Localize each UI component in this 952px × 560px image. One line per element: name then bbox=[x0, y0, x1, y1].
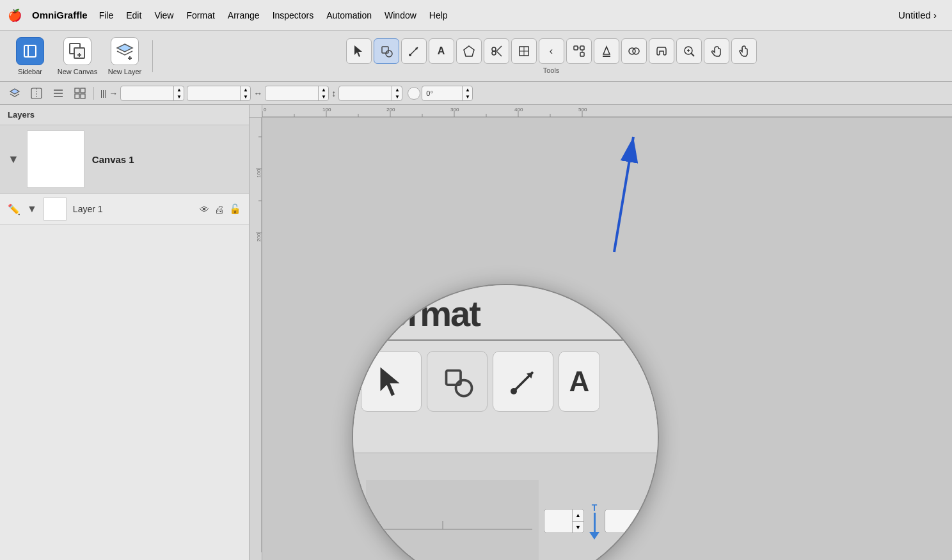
grid-sec-btn[interactable] bbox=[70, 84, 90, 102]
menu-view[interactable]: View bbox=[148, 8, 180, 23]
height-stepper[interactable]: ▲ ▼ bbox=[392, 86, 402, 100]
menu-format[interactable]: Format bbox=[180, 8, 221, 23]
new-canvas-button[interactable]: New Canvas bbox=[55, 35, 100, 78]
svg-point-11 bbox=[386, 51, 392, 57]
magnet-tool-button[interactable] bbox=[649, 38, 674, 64]
svg-text:500: 500 bbox=[578, 107, 587, 113]
svg-point-75 bbox=[456, 380, 472, 396]
svg-marker-36 bbox=[10, 89, 19, 94]
width-stepper-down[interactable]: ▼ bbox=[319, 93, 328, 100]
x-stepper-down[interactable]: ▼ bbox=[174, 93, 184, 100]
svg-marker-73 bbox=[380, 367, 399, 396]
layer-print-icon[interactable]: 🖨 bbox=[214, 204, 224, 215]
layer-visibility-icon[interactable]: 👁 bbox=[200, 204, 209, 215]
svg-text:300: 300 bbox=[450, 107, 459, 113]
width-stepper[interactable]: ▲ ▼ bbox=[318, 86, 328, 100]
svg-rect-45 bbox=[81, 94, 85, 98]
apple-menu[interactable]: 🍎 bbox=[8, 8, 22, 22]
menu-window[interactable]: Window bbox=[378, 8, 423, 23]
fill-tool-button[interactable] bbox=[594, 38, 619, 64]
style-copy-tool-button[interactable] bbox=[621, 38, 647, 64]
canvas-area[interactable]: 0 100 200 300 400 500 bbox=[250, 105, 952, 560]
menu-help[interactable]: Help bbox=[423, 8, 454, 23]
zoom-tool-button[interactable] bbox=[676, 38, 702, 64]
svg-marker-6 bbox=[117, 44, 132, 52]
svg-text:100: 100 bbox=[322, 107, 331, 113]
x-position-input[interactable]: ▲ ▼ bbox=[120, 86, 184, 101]
sec-separator bbox=[93, 87, 94, 100]
svg-text:0: 0 bbox=[264, 107, 267, 113]
svg-text:200: 200 bbox=[386, 107, 395, 113]
height-stepper-down[interactable]: ▼ bbox=[392, 93, 402, 100]
layer-item[interactable]: ✏️ ▼ Layer 1 👁 🖨 🔓 bbox=[0, 194, 249, 225]
rotation-stepper-down[interactable]: ▼ bbox=[463, 93, 472, 100]
magnified-selection-tool bbox=[361, 351, 422, 412]
menu-file[interactable]: File bbox=[93, 8, 120, 23]
rotation-stepper[interactable]: ▲ ▼ bbox=[462, 86, 472, 100]
width-stepper-up[interactable]: ▲ bbox=[319, 86, 328, 93]
height-stepper-up[interactable]: ▲ bbox=[392, 86, 402, 93]
layer-collapse-icon[interactable]: ▼ bbox=[27, 203, 37, 215]
grid-tool-button[interactable] bbox=[511, 38, 537, 64]
svg-rect-44 bbox=[75, 94, 79, 98]
canvas-thumbnail bbox=[27, 130, 84, 188]
sidebar-label: Sidebar bbox=[18, 68, 42, 75]
window-title: Untitled › bbox=[898, 10, 937, 20]
svg-point-30 bbox=[633, 48, 639, 54]
shape-tool-button[interactable] bbox=[374, 38, 399, 64]
menubar: 🍎 OmniGraffle File Edit View Format Arra… bbox=[0, 0, 952, 31]
app-name[interactable]: OmniGraffle bbox=[32, 10, 88, 20]
svg-rect-23 bbox=[574, 46, 578, 50]
connect-tool-button[interactable] bbox=[566, 38, 592, 64]
y-position-input[interactable]: ▲ ▼ bbox=[187, 86, 251, 101]
new-canvas-label: New Canvas bbox=[58, 68, 97, 75]
chevron-tool-button[interactable]: ‹ bbox=[539, 38, 564, 64]
align-sec-btn[interactable] bbox=[27, 84, 46, 102]
new-layer-button[interactable]: New Layer bbox=[102, 35, 147, 78]
svg-rect-0 bbox=[24, 45, 36, 57]
list-sec-btn[interactable] bbox=[49, 84, 68, 102]
menu-automation[interactable]: Automation bbox=[320, 8, 378, 23]
canvas-collapse-icon[interactable]: ▼ bbox=[8, 153, 19, 166]
height-input[interactable]: ▲ ▼ bbox=[338, 86, 402, 101]
magnified-format-label: Format bbox=[353, 285, 658, 334]
magnified-arrow-indicator: T bbox=[589, 502, 599, 540]
selection-tool-button[interactable] bbox=[346, 38, 372, 64]
new-canvas-icon bbox=[63, 37, 91, 65]
layers-header: Layers bbox=[0, 105, 249, 125]
layer-lock-icon[interactable]: 🔓 bbox=[229, 203, 241, 215]
vertical-ruler: 100 200 bbox=[250, 105, 262, 560]
shape-points-tool-button[interactable] bbox=[456, 38, 482, 64]
svg-rect-43 bbox=[81, 88, 85, 93]
touchpad-tool-button[interactable] bbox=[731, 38, 757, 64]
menu-inspectors[interactable]: Inspectors bbox=[266, 8, 321, 23]
rotation-input[interactable]: 0° ▲ ▼ bbox=[422, 86, 473, 101]
layer-edit-icon[interactable]: ✏️ bbox=[8, 203, 20, 215]
layers-sec-btn[interactable] bbox=[5, 84, 24, 102]
layer-thumbnail bbox=[44, 198, 67, 221]
svg-marker-15 bbox=[464, 46, 474, 56]
rotation-stepper-up[interactable]: ▲ bbox=[463, 86, 472, 93]
scissors-tool-button[interactable] bbox=[484, 38, 509, 64]
y-stepper[interactable]: ▲ ▼ bbox=[240, 86, 250, 100]
text-tool-button[interactable]: A bbox=[429, 38, 454, 64]
x-stepper[interactable]: ▲ ▼ bbox=[173, 86, 184, 100]
magnified-line-tool bbox=[493, 351, 553, 412]
svg-line-16 bbox=[496, 46, 502, 51]
x-stepper-up[interactable]: ▲ bbox=[174, 86, 184, 93]
magnified-input: ▲ ▼ bbox=[544, 509, 584, 533]
svg-marker-9 bbox=[354, 45, 362, 57]
magnified-shape-tool bbox=[427, 351, 488, 412]
line-tool-button[interactable] bbox=[401, 38, 427, 64]
canvas-item[interactable]: ▼ Canvas 1 bbox=[0, 125, 249, 194]
svg-text:400: 400 bbox=[514, 107, 523, 113]
menu-edit[interactable]: Edit bbox=[120, 8, 148, 23]
pan-tool-button[interactable] bbox=[704, 38, 729, 64]
sidebar-icon bbox=[16, 37, 44, 65]
svg-text:200: 200 bbox=[256, 233, 262, 242]
width-input[interactable]: ▲ ▼ bbox=[265, 86, 329, 101]
y-stepper-down[interactable]: ▼ bbox=[241, 93, 250, 100]
y-stepper-up[interactable]: ▲ bbox=[241, 86, 250, 93]
sidebar-button[interactable]: Sidebar bbox=[8, 35, 52, 78]
menu-arrange[interactable]: Arrange bbox=[221, 8, 266, 23]
